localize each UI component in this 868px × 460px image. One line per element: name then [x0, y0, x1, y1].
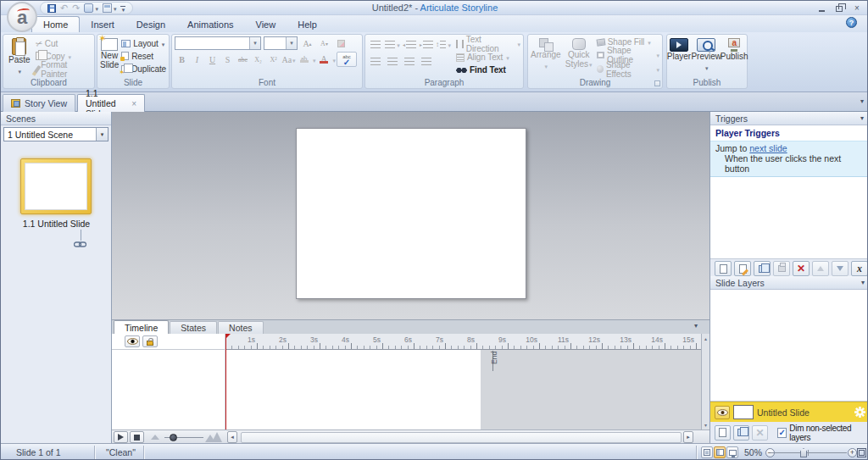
scroll-up-icon[interactable]: ▴	[704, 335, 707, 341]
show-hide-all-button[interactable]	[125, 335, 140, 347]
tab-home[interactable]: Home	[31, 16, 80, 32]
timeline-zoom-in-icon[interactable]	[209, 432, 222, 442]
trigger-target-link[interactable]: next slide	[749, 143, 787, 153]
text-direction-button[interactable]: Text Direction	[456, 37, 520, 50]
articulate-logo-icon[interactable]: a	[7, 2, 37, 32]
zoom-slider-pointer[interactable]	[800, 448, 807, 457]
layout-button[interactable]: Layout	[121, 37, 166, 49]
quick-styles-button[interactable]: Quick Styles	[565, 36, 593, 75]
tab-insert[interactable]: Insert	[80, 17, 125, 32]
align-left-button[interactable]	[368, 54, 383, 68]
tab-list-dropdown-icon[interactable]: ▾	[860, 97, 864, 105]
new-layer-button[interactable]	[715, 425, 731, 441]
undo-icon[interactable]: ↶	[60, 3, 68, 14]
base-layer-row[interactable]: Untitled Slide	[710, 402, 868, 422]
collapse-panel-icon[interactable]: ▾	[694, 322, 698, 330]
shape-effects-button[interactable]: Shape Effects	[597, 63, 659, 75]
close-tab-icon[interactable]: ×	[131, 99, 136, 108]
duplicate-button[interactable]: Duplicate	[121, 64, 166, 75]
zoom-in-button[interactable]: +	[848, 448, 857, 457]
chevron-down-icon[interactable]: ▾	[860, 114, 864, 122]
cut-button[interactable]: ✂Cut	[36, 37, 92, 49]
move-trigger-down-button[interactable]	[832, 261, 849, 276]
save-icon[interactable]	[47, 4, 56, 13]
scroll-right-button[interactable]: ▸	[683, 431, 693, 443]
publish-button[interactable]: a Publish	[721, 36, 747, 75]
tab-design[interactable]: Design	[125, 17, 176, 32]
tab-animations[interactable]: Animations	[176, 17, 244, 32]
text-shadow-button[interactable]: S	[220, 53, 235, 66]
dialog-launcher-icon[interactable]	[654, 80, 660, 86]
italic-button[interactable]: I	[190, 53, 204, 66]
slide-view-tab[interactable]: 1.1 Untitled Slide ×	[77, 94, 145, 112]
new-slide-button[interactable]: New Slide	[100, 36, 119, 75]
trigger-item[interactable]: Jump to next slide When the user clicks …	[710, 141, 868, 177]
bold-button[interactable]: B	[175, 53, 189, 66]
qat-button-2[interactable]	[103, 3, 117, 13]
copy-trigger-button[interactable]	[754, 261, 771, 276]
timeline-vertical-scrollbar[interactable]: ▴▾	[701, 334, 709, 430]
justify-button[interactable]	[419, 54, 434, 68]
slide-canvas[interactable]	[296, 128, 526, 299]
decrease-indent-button[interactable]: ◂	[402, 37, 417, 51]
delete-trigger-button[interactable]: ✕	[793, 261, 810, 276]
chevron-down-icon[interactable]: ▾	[861, 279, 865, 286]
close-button[interactable]: ×	[852, 3, 862, 12]
help-button[interactable]: ?	[846, 17, 857, 28]
duplicate-layer-button[interactable]	[733, 425, 749, 441]
strikethrough-button[interactable]: abc	[236, 53, 250, 66]
timeline-object-list[interactable]	[112, 350, 225, 430]
lock-all-button[interactable]	[142, 335, 158, 347]
tab-states[interactable]: States	[170, 321, 217, 334]
font-color-button[interactable]: A	[317, 53, 331, 66]
story-view-tab[interactable]: Story View	[3, 94, 75, 112]
story-view-button[interactable]	[701, 446, 713, 458]
shrink-font-button[interactable]: A▾	[317, 36, 331, 50]
align-right-button[interactable]	[402, 54, 417, 68]
increase-indent-button[interactable]: ▸	[419, 37, 434, 51]
new-trigger-button[interactable]	[715, 261, 732, 276]
font-name-combobox[interactable]: ▾	[175, 36, 261, 50]
edit-trigger-button[interactable]	[734, 261, 751, 276]
move-trigger-up-button[interactable]	[812, 261, 829, 276]
align-text-button[interactable]: Align Text	[456, 52, 520, 63]
paste-button[interactable]: Paste	[6, 36, 33, 75]
timeline-track-area[interactable]: End	[225, 350, 701, 430]
stop-button[interactable]	[130, 431, 144, 443]
arrange-button[interactable]: Arrange	[531, 36, 561, 75]
dim-layers-checkbox[interactable]: ✓	[777, 428, 787, 438]
tab-help[interactable]: Help	[287, 17, 328, 32]
superscript-button[interactable]: X²	[266, 53, 281, 66]
scroll-left-button[interactable]: ◂	[227, 431, 237, 443]
slider-knob[interactable]	[170, 434, 177, 441]
spellcheck-button[interactable]: abc	[337, 52, 357, 67]
redo-icon[interactable]: ↷	[72, 3, 80, 14]
font-size-combobox[interactable]: ▾	[264, 36, 298, 50]
paste-trigger-button[interactable]	[773, 261, 790, 276]
end-marker[interactable]: End	[492, 351, 506, 371]
preview-button[interactable]: Preview	[693, 36, 720, 75]
timeline-horizontal-scrollbar[interactable]	[241, 432, 682, 443]
tab-timeline[interactable]: Timeline	[114, 320, 169, 334]
qat-button-1[interactable]	[84, 3, 98, 13]
scene-selector[interactable]: 1 Untitled Scene ▾	[3, 127, 108, 141]
manage-variables-button[interactable]: x	[851, 261, 868, 276]
restore-button[interactable]	[834, 3, 844, 12]
normal-view-button[interactable]	[714, 446, 726, 458]
subscript-button[interactable]: X₂	[251, 53, 265, 66]
timeline-zoom-out-icon[interactable]	[151, 435, 159, 440]
zoom-slider-track[interactable]	[771, 452, 847, 453]
timeline-zoom-slider[interactable]	[164, 437, 203, 438]
highlight-color-button[interactable]: ab	[297, 53, 311, 66]
line-spacing-button[interactable]: ↕	[436, 37, 451, 51]
grow-font-button[interactable]: A▴	[300, 36, 314, 50]
change-case-button[interactable]: Aa	[281, 53, 296, 66]
fit-to-window-button[interactable]	[857, 448, 866, 457]
timeline-ruler[interactable]: 1s 2s 3s 4s 5s 6s 7s 8s 9s 10s 11s 12s 1…	[225, 334, 701, 350]
minimize-button[interactable]	[816, 3, 826, 12]
player-button[interactable]: Player	[667, 36, 691, 75]
slide-thumbnail[interactable]	[20, 158, 92, 214]
bullets-button[interactable]	[368, 37, 383, 51]
customize-qat-button[interactable]: ▾	[120, 6, 125, 11]
gear-icon[interactable]	[854, 407, 865, 418]
